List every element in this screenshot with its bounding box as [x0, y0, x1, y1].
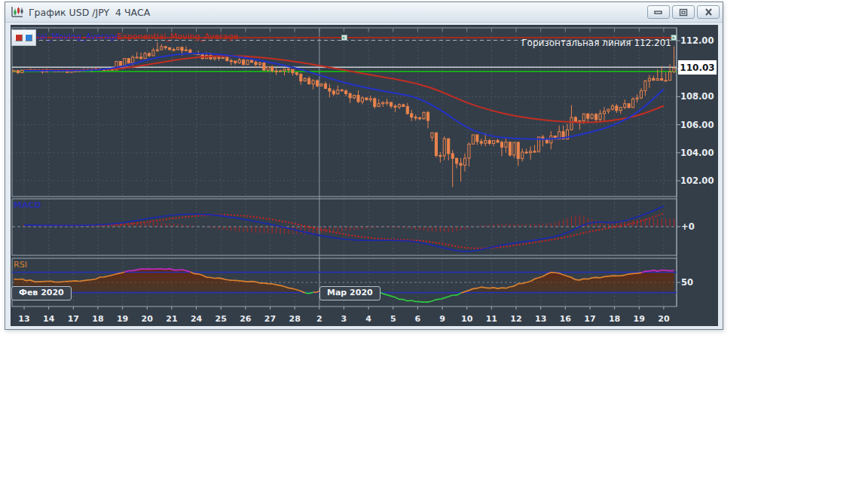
price-axis-labels: 112.00110.00108.00106.00104.00102.00: [680, 35, 714, 186]
svg-text:14: 14: [43, 314, 55, 324]
svg-text:6: 6: [415, 314, 421, 324]
svg-text:19: 19: [634, 314, 645, 324]
svg-text:18: 18: [92, 314, 103, 324]
svg-text:17: 17: [584, 314, 595, 324]
restore-icon: [679, 8, 688, 17]
chart-canvas[interactable]: 112.00110.00108.00106.00104.00102.001314…: [11, 25, 718, 326]
window-titlebar[interactable]: График USD /JPY 4 ЧАСА: [5, 2, 723, 23]
svg-text:112.00: 112.00: [680, 35, 714, 46]
svg-text:5: 5: [390, 314, 396, 324]
svg-text:11: 11: [486, 314, 497, 324]
svg-text:24: 24: [191, 314, 203, 324]
month-label-mar: Мар 2020: [319, 286, 381, 300]
svg-text:17: 17: [68, 314, 79, 324]
svg-text:13: 13: [18, 314, 29, 324]
month-label-feb: Фев 2020: [11, 286, 72, 300]
svg-text:20: 20: [142, 314, 154, 324]
svg-text:16: 16: [560, 314, 572, 324]
close-button[interactable]: [697, 5, 720, 19]
indicator-buttons: [11, 29, 36, 46]
svg-text:106.00: 106.00: [680, 120, 714, 130]
svg-text:110.00: 110.00: [680, 63, 714, 74]
chart-window: График USD /JPY 4 ЧАСА 112.00110: [5, 2, 723, 330]
chart-area: 112.00110.00108.00106.00104.00102.001314…: [11, 25, 718, 326]
svg-text:102.00: 102.00: [680, 175, 714, 186]
svg-text:18: 18: [609, 314, 620, 324]
svg-text:3: 3: [341, 314, 347, 324]
x-axis-labels: 1314171819202124252627282345691011121316…: [18, 314, 670, 324]
window-body: 112.00110.00108.00106.00104.00102.001314…: [5, 23, 723, 330]
restore-button[interactable]: [672, 5, 695, 19]
svg-text:19: 19: [117, 314, 128, 324]
window-controls: [645, 5, 720, 19]
window-title: График USD /JPY 4 ЧАСА: [29, 7, 645, 18]
svg-text:13: 13: [535, 314, 546, 324]
svg-text:28: 28: [289, 314, 300, 324]
svg-text:27: 27: [264, 314, 276, 324]
horizontal-lines: [12, 41, 677, 72]
svg-text:20: 20: [658, 314, 670, 324]
svg-text:21: 21: [166, 314, 177, 324]
minimize-button[interactable]: [647, 5, 670, 19]
close-icon: [704, 8, 713, 16]
svg-text:108.00: 108.00: [680, 91, 714, 102]
svg-text:2: 2: [316, 314, 322, 324]
minimize-icon: [654, 8, 663, 16]
indicator-button-red[interactable]: [15, 34, 23, 41]
svg-text:104.00: 104.00: [680, 148, 714, 158]
svg-text:25: 25: [215, 314, 227, 324]
horizontal-line-112_201[interactable]: [12, 35, 677, 41]
indicator-button-blue[interactable]: [25, 34, 32, 41]
svg-text:9: 9: [439, 314, 445, 324]
candlestick-chart-icon: [11, 6, 24, 18]
svg-text:12: 12: [510, 314, 521, 324]
svg-text:10: 10: [461, 314, 473, 324]
desktop: { "window": { "title": "График USD /JPY …: [0, 0, 868, 488]
svg-text:4: 4: [365, 314, 371, 324]
svg-text:26: 26: [240, 314, 252, 324]
